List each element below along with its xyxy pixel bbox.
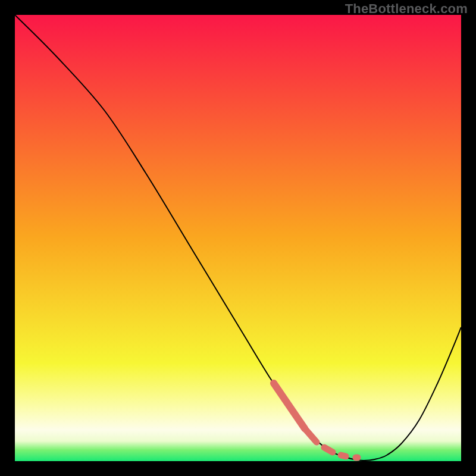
gradient-background: [15, 15, 461, 461]
watermark-text: TheBottleneck.com: [345, 2, 468, 15]
svg-line-2: [324, 447, 333, 452]
svg-line-3: [341, 455, 346, 456]
plot-area: [15, 15, 461, 461]
chart-svg: [15, 15, 461, 461]
